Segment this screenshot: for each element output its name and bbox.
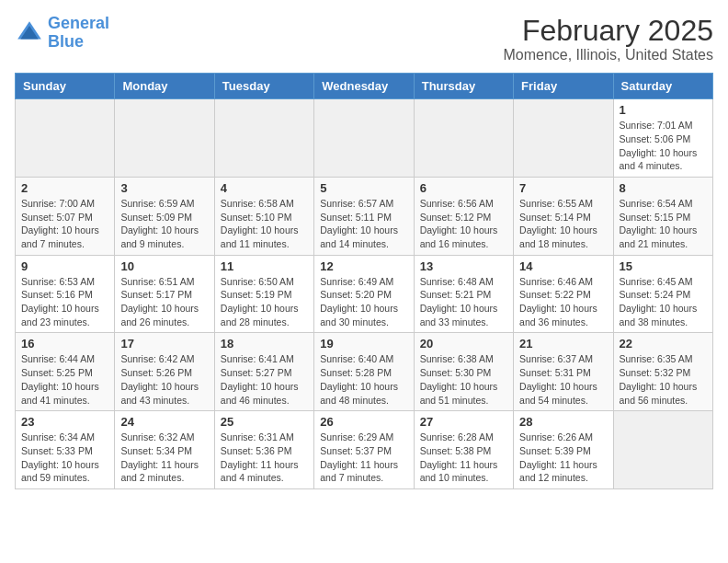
day-number: 19 xyxy=(320,337,407,350)
weekday-header-saturday: Saturday xyxy=(613,74,712,99)
day-info: Sunrise: 6:41 AM Sunset: 5:27 PM Dayligh… xyxy=(221,352,308,407)
day-cell xyxy=(16,99,115,178)
day-info: Sunrise: 6:55 AM Sunset: 5:14 PM Dayligh… xyxy=(519,197,607,251)
day-number: 21 xyxy=(519,337,607,350)
day-info: Sunrise: 6:50 AM Sunset: 5:19 PM Dayligh… xyxy=(221,275,308,329)
day-cell: 10Sunrise: 6:51 AM Sunset: 5:17 PM Dayli… xyxy=(115,255,214,333)
logo-icon xyxy=(15,18,44,48)
day-info: Sunrise: 6:56 AM Sunset: 5:12 PM Dayligh… xyxy=(420,197,507,251)
day-cell: 19Sunrise: 6:40 AM Sunset: 5:28 PM Dayli… xyxy=(314,333,414,411)
day-cell: 3Sunrise: 6:59 AM Sunset: 5:09 PM Daylig… xyxy=(115,177,214,255)
day-cell: 5Sunrise: 6:57 AM Sunset: 5:11 PM Daylig… xyxy=(314,177,414,255)
day-cell xyxy=(115,99,214,178)
day-info: Sunrise: 6:54 AM Sunset: 5:15 PM Dayligh… xyxy=(620,197,707,251)
day-info: Sunrise: 6:48 AM Sunset: 5:21 PM Dayligh… xyxy=(420,275,507,329)
day-cell: 11Sunrise: 6:50 AM Sunset: 5:19 PM Dayli… xyxy=(214,255,313,333)
day-info: Sunrise: 7:01 AM Sunset: 5:06 PM Dayligh… xyxy=(620,119,707,173)
day-info: Sunrise: 6:53 AM Sunset: 5:16 PM Dayligh… xyxy=(21,275,108,329)
day-number: 5 xyxy=(320,181,407,195)
day-number: 9 xyxy=(21,259,108,273)
day-number: 22 xyxy=(620,337,707,350)
day-number: 3 xyxy=(120,181,208,195)
week-row-3: 9Sunrise: 6:53 AM Sunset: 5:16 PM Daylig… xyxy=(16,255,713,333)
day-info: Sunrise: 6:34 AM Sunset: 5:33 PM Dayligh… xyxy=(21,431,108,485)
day-cell: 18Sunrise: 6:41 AM Sunset: 5:27 PM Dayli… xyxy=(214,333,313,411)
day-info: Sunrise: 6:49 AM Sunset: 5:20 PM Dayligh… xyxy=(320,275,407,329)
day-number: 7 xyxy=(519,181,607,195)
day-cell: 13Sunrise: 6:48 AM Sunset: 5:21 PM Dayli… xyxy=(414,255,513,333)
day-number: 24 xyxy=(120,415,208,429)
day-cell: 4Sunrise: 6:58 AM Sunset: 5:10 PM Daylig… xyxy=(214,177,313,255)
day-info: Sunrise: 6:31 AM Sunset: 5:36 PM Dayligh… xyxy=(221,431,308,485)
day-info: Sunrise: 6:44 AM Sunset: 5:25 PM Dayligh… xyxy=(21,352,108,407)
day-cell xyxy=(514,99,613,178)
title-block: February 2025 Momence, Illinois, United … xyxy=(503,15,713,63)
week-row-1: 1Sunrise: 7:01 AM Sunset: 5:06 PM Daylig… xyxy=(16,99,713,178)
day-number: 28 xyxy=(519,415,607,429)
day-info: Sunrise: 6:58 AM Sunset: 5:10 PM Dayligh… xyxy=(221,197,308,251)
day-cell: 23Sunrise: 6:34 AM Sunset: 5:33 PM Dayli… xyxy=(16,411,115,489)
day-cell: 6Sunrise: 6:56 AM Sunset: 5:12 PM Daylig… xyxy=(414,177,513,255)
day-cell: 16Sunrise: 6:44 AM Sunset: 5:25 PM Dayli… xyxy=(16,333,115,411)
day-info: Sunrise: 6:29 AM Sunset: 5:37 PM Dayligh… xyxy=(320,431,407,485)
calendar-table: SundayMondayTuesdayWednesdayThursdayFrid… xyxy=(15,73,713,489)
day-number: 1 xyxy=(620,103,707,117)
day-info: Sunrise: 6:40 AM Sunset: 5:28 PM Dayligh… xyxy=(320,352,407,407)
day-info: Sunrise: 6:35 AM Sunset: 5:32 PM Dayligh… xyxy=(620,352,707,407)
weekday-header-thursday: Thursday xyxy=(414,74,513,99)
day-info: Sunrise: 6:57 AM Sunset: 5:11 PM Dayligh… xyxy=(320,197,407,251)
logo-text: General Blue xyxy=(48,15,109,52)
logo: General Blue xyxy=(15,15,109,52)
day-cell: 25Sunrise: 6:31 AM Sunset: 5:36 PM Dayli… xyxy=(214,411,313,489)
day-info: Sunrise: 6:42 AM Sunset: 5:26 PM Dayligh… xyxy=(120,352,208,407)
day-number: 2 xyxy=(21,181,108,195)
day-number: 17 xyxy=(120,337,208,350)
day-info: Sunrise: 6:45 AM Sunset: 5:24 PM Dayligh… xyxy=(620,275,707,329)
day-cell: 22Sunrise: 6:35 AM Sunset: 5:32 PM Dayli… xyxy=(613,333,712,411)
day-cell: 15Sunrise: 6:45 AM Sunset: 5:24 PM Dayli… xyxy=(613,255,712,333)
day-number: 23 xyxy=(21,415,108,429)
day-info: Sunrise: 6:37 AM Sunset: 5:31 PM Dayligh… xyxy=(519,352,607,407)
day-cell xyxy=(414,99,513,178)
day-number: 16 xyxy=(21,337,108,350)
day-cell: 26Sunrise: 6:29 AM Sunset: 5:37 PM Dayli… xyxy=(314,411,414,489)
day-number: 6 xyxy=(420,181,507,195)
weekday-header-friday: Friday xyxy=(514,74,613,99)
calendar-subtitle: Momence, Illinois, United States xyxy=(503,47,713,63)
day-number: 12 xyxy=(320,259,407,273)
week-row-5: 23Sunrise: 6:34 AM Sunset: 5:33 PM Dayli… xyxy=(16,411,713,489)
week-row-4: 16Sunrise: 6:44 AM Sunset: 5:25 PM Dayli… xyxy=(16,333,713,411)
day-number: 14 xyxy=(519,259,607,273)
day-number: 20 xyxy=(420,337,507,350)
day-info: Sunrise: 6:38 AM Sunset: 5:30 PM Dayligh… xyxy=(420,352,507,407)
calendar-title: February 2025 xyxy=(503,15,713,47)
day-info: Sunrise: 6:46 AM Sunset: 5:22 PM Dayligh… xyxy=(519,275,607,329)
day-info: Sunrise: 7:00 AM Sunset: 5:07 PM Dayligh… xyxy=(21,197,108,251)
day-number: 11 xyxy=(221,259,308,273)
day-cell: 21Sunrise: 6:37 AM Sunset: 5:31 PM Dayli… xyxy=(514,333,613,411)
day-cell: 20Sunrise: 6:38 AM Sunset: 5:30 PM Dayli… xyxy=(414,333,513,411)
weekday-header-sunday: Sunday xyxy=(16,74,115,99)
day-cell: 9Sunrise: 6:53 AM Sunset: 5:16 PM Daylig… xyxy=(16,255,115,333)
day-cell: 28Sunrise: 6:26 AM Sunset: 5:39 PM Dayli… xyxy=(514,411,613,489)
day-number: 13 xyxy=(420,259,507,273)
day-number: 18 xyxy=(221,337,308,350)
day-cell xyxy=(214,99,313,178)
day-number: 15 xyxy=(620,259,707,273)
day-cell: 14Sunrise: 6:46 AM Sunset: 5:22 PM Dayli… xyxy=(514,255,613,333)
day-cell: 2Sunrise: 7:00 AM Sunset: 5:07 PM Daylig… xyxy=(16,177,115,255)
day-cell: 7Sunrise: 6:55 AM Sunset: 5:14 PM Daylig… xyxy=(514,177,613,255)
day-info: Sunrise: 6:51 AM Sunset: 5:17 PM Dayligh… xyxy=(120,275,208,329)
day-cell: 17Sunrise: 6:42 AM Sunset: 5:26 PM Dayli… xyxy=(115,333,214,411)
weekday-header-tuesday: Tuesday xyxy=(214,74,313,99)
day-number: 25 xyxy=(221,415,308,429)
page-header: General Blue February 2025 Momence, Illi… xyxy=(15,15,713,63)
day-info: Sunrise: 6:28 AM Sunset: 5:38 PM Dayligh… xyxy=(420,431,507,485)
day-cell: 24Sunrise: 6:32 AM Sunset: 5:34 PM Dayli… xyxy=(115,411,214,489)
day-number: 4 xyxy=(221,181,308,195)
weekday-header-wednesday: Wednesday xyxy=(314,74,414,99)
day-number: 10 xyxy=(120,259,208,273)
day-cell: 8Sunrise: 6:54 AM Sunset: 5:15 PM Daylig… xyxy=(613,177,712,255)
day-info: Sunrise: 6:59 AM Sunset: 5:09 PM Dayligh… xyxy=(120,197,208,251)
day-cell: 12Sunrise: 6:49 AM Sunset: 5:20 PM Dayli… xyxy=(314,255,414,333)
